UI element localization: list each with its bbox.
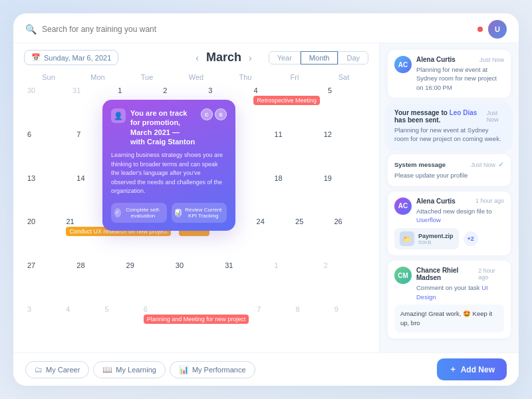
search-input[interactable]	[42, 25, 472, 34]
cal-cell[interactable]: 18	[271, 172, 319, 215]
attachment-row: 📁 Payment.zip 50KB +2	[394, 228, 504, 249]
self-eval-label: Complete self-evaluation	[123, 207, 164, 219]
cal-cell[interactable]: 31	[221, 259, 269, 302]
message-alena-1[interactable]: AC Alena Curtis Just Now Planning for ne…	[388, 50, 511, 98]
cal-cell[interactable]: 12	[321, 128, 368, 171]
cal-cell[interactable]: 27	[24, 259, 72, 302]
cal-cell[interactable]: 8	[293, 303, 330, 346]
add-new-button[interactable]: ＋ Add New	[437, 358, 507, 380]
avatar: AC	[394, 56, 412, 73]
msg-meta: Alena Curtis Just Now Planning for new e…	[416, 56, 504, 92]
add-icon: ＋	[449, 364, 457, 375]
message-leo[interactable]: Your message to Leo Dias has been sent. …	[388, 103, 511, 150]
cal-month: March	[206, 51, 241, 65]
cal-cell[interactable]: 30	[172, 259, 220, 302]
day-fri: Fri	[270, 72, 319, 82]
cal-cell[interactable]: 6	[24, 128, 72, 171]
msg-meta: Alena Curtis 1 hour ago Attached new des…	[416, 198, 504, 225]
search-icon: 🔍	[25, 24, 37, 35]
footer: 🗂 My Career 📖 My Learning 📊 My Performan…	[13, 352, 519, 386]
msg-time: Just Now	[479, 57, 504, 63]
body-row: 📅 Sunday, Mar 6, 2021 ‹ March › Year Mon…	[13, 43, 519, 352]
popup-body: Learning business strategy shows you are…	[111, 151, 227, 196]
tab-my-performance[interactable]: 📊 My Performance	[170, 361, 255, 378]
popup-avatar: C	[201, 108, 213, 120]
popup-title: You are on track for promotion, March 20…	[130, 108, 196, 146]
msg-header: Your message to Leo Dias has been sent. …	[394, 109, 504, 144]
user-avatar[interactable]: U	[488, 20, 507, 39]
attach-icon: 📁	[400, 231, 414, 246]
cal-cell[interactable]: 9	[331, 303, 368, 346]
message-alena-attach[interactable]: AC Alena Curtis 1 hour ago Attached new …	[388, 192, 511, 256]
cal-cell[interactable]: 20	[24, 215, 61, 258]
more-badge[interactable]: +2	[464, 231, 478, 246]
cal-cell[interactable]: 19	[321, 172, 368, 215]
tab-my-learning[interactable]: 📖 My Learning	[93, 361, 166, 378]
add-btn-label: Add New	[461, 365, 495, 374]
popup-avatars: C S	[201, 108, 227, 120]
cal-cell[interactable]: 4 Retrospective Meeting	[250, 84, 323, 127]
prev-month-button[interactable]: ‹	[192, 51, 202, 65]
search-right: U	[477, 20, 507, 39]
popup-card: 👤 You are on track for promotion, March …	[102, 100, 235, 231]
check-icon: ✓	[498, 160, 504, 169]
msg-text: Planning for new event at Sydney room fo…	[394, 126, 504, 144]
day-tue: Tue	[122, 72, 172, 82]
cal-cell[interactable]: 26	[331, 215, 369, 258]
cal-cell[interactable]: 11	[271, 128, 319, 171]
system-message: System message Just Now ✓ Please update …	[388, 154, 511, 186]
popup-action-self-eval[interactable]: ✓ Complete self-evaluation	[111, 203, 167, 223]
day-mon: Mon	[73, 72, 122, 82]
avatar: AC	[394, 198, 412, 215]
cal-row: 27 28 29 30 31 1 2	[24, 259, 368, 302]
msg-header: AC Alena Curtis 1 hour ago Attached new …	[394, 198, 504, 225]
cal-nav: ‹ March ›	[192, 51, 255, 65]
msg-header: CM Chance Rhiel Madsen 2 hour ago Commen…	[394, 267, 504, 301]
popup-action-kpi[interactable]: 📊 Review Current KPI Tracking	[172, 203, 227, 223]
attachment-box[interactable]: 📁 Payment.zip 50KB	[394, 228, 459, 249]
view-day-button[interactable]: Day	[338, 51, 368, 65]
date-badge[interactable]: 📅 Sunday, Mar 6, 2021	[24, 50, 118, 65]
self-eval-icon: ✓	[114, 208, 121, 217]
cal-cell[interactable]: 6 Planning and Meeting for new project	[140, 303, 253, 346]
msg-text: Attached new design file to Userflow	[416, 207, 504, 225]
system-msg-time: Just Now	[471, 162, 495, 168]
popup-icon: 👤	[111, 108, 126, 123]
attach-size: 50KB	[418, 239, 454, 245]
cal-cell[interactable]: 13	[24, 172, 72, 215]
popup-avatar: S	[215, 108, 227, 120]
view-month-button[interactable]: Month	[301, 51, 338, 65]
msg-name: Chance Rhiel Madsen	[416, 267, 478, 281]
cal-cell[interactable]: 1	[271, 259, 319, 302]
comment-bubble: Amazing! Great work, 🤩 Keep it up, bro	[394, 305, 504, 333]
system-msg-title: System message	[394, 161, 446, 168]
tab-my-career[interactable]: 🗂 My Career	[25, 361, 89, 378]
cal-cell[interactable]: 2	[321, 259, 368, 302]
cal-cell[interactable]: 3	[24, 303, 61, 346]
popup-header: 👤 You are on track for promotion, March …	[111, 108, 227, 146]
msg-text: Planning for new event at Sydney room fo…	[416, 65, 504, 92]
next-month-button[interactable]: ›	[245, 51, 255, 65]
cal-cell[interactable]: 24	[253, 215, 291, 258]
popup-actions: ✓ Complete self-evaluation 📊 Review Curr…	[111, 203, 227, 223]
cal-cell[interactable]: 28	[73, 259, 121, 302]
tab-learning-label: My Learning	[116, 366, 156, 374]
view-year-button[interactable]: Year	[269, 51, 301, 65]
cal-cell[interactable]: 25	[292, 215, 329, 258]
calendar-event[interactable]: Retrospective Meeting	[253, 96, 320, 105]
message-chance[interactable]: CM Chance Rhiel Madsen 2 hour ago Commen…	[388, 261, 511, 338]
cal-cell[interactable]: 7	[253, 303, 291, 346]
msg-time: 1 hour ago	[475, 198, 504, 204]
cal-cell[interactable]: 5	[325, 84, 368, 127]
main-card: 🔍 U 📅 Sunday, Mar 6, 2021 ‹ March ›	[13, 13, 519, 386]
cal-cell[interactable]: 4	[63, 303, 100, 346]
calendar-area: 📅 Sunday, Mar 6, 2021 ‹ March › Year Mon…	[13, 43, 379, 352]
tab-performance-label: My Performance	[192, 366, 246, 374]
cal-cell[interactable]: 5	[101, 303, 138, 346]
date-badge-text: Sunday, Mar 6, 2021	[44, 54, 111, 62]
cal-cell[interactable]: 29	[123, 259, 171, 302]
system-msg-text: Please update your profile	[394, 171, 504, 180]
cal-cell[interactable]: 30	[24, 84, 68, 127]
performance-icon: 📊	[179, 365, 189, 374]
calendar-event[interactable]: Planning and Meeting for new project	[144, 315, 249, 324]
